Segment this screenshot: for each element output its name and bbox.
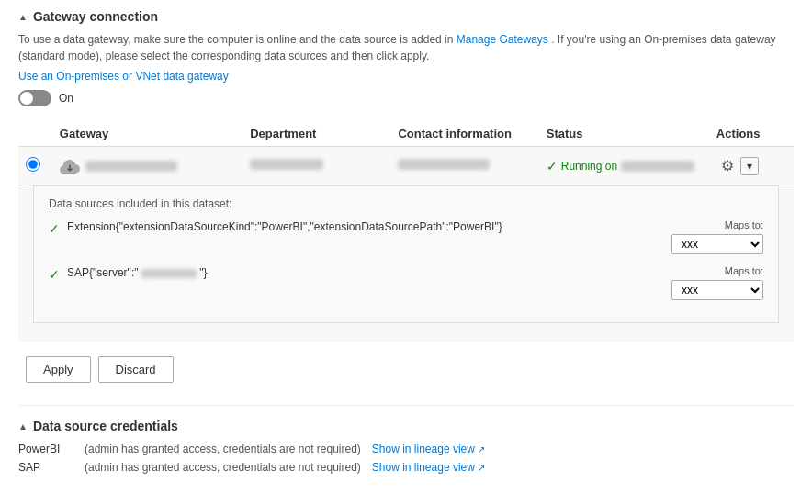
cloud-gateway-icon — [60, 158, 80, 174]
cred-source-1: SAP — [18, 461, 73, 474]
ds2-maps-label: Maps to: — [725, 265, 763, 276]
contact-blurred — [398, 159, 490, 170]
ds1-maps: Maps to: xxx — [671, 219, 763, 254]
row-status-cell: ✓ Running on — [539, 147, 709, 185]
cred-link-0[interactable]: Show in lineage view ↗ — [372, 442, 485, 455]
toggle-state-text: On — [59, 92, 73, 105]
ds1-maps-label: Maps to: — [725, 219, 763, 230]
row-radio-cell[interactable] — [18, 147, 52, 185]
row-contact-cell — [390, 147, 538, 185]
gateway-info-text: To use a data gateway, make sure the com… — [18, 31, 794, 64]
cred-info-1: (admin has granted access, credentials a… — [85, 461, 361, 474]
ds2-name: SAP{"server":" "} — [67, 265, 664, 281]
gateway-section-title: Gateway connection — [33, 9, 158, 24]
ds1-maps-select[interactable]: xxx — [671, 234, 763, 254]
section-divider — [18, 405, 794, 406]
gateway-section-header[interactable]: ▲ Gateway connection — [18, 9, 794, 24]
manage-gateways-link[interactable]: Manage Gateways — [457, 33, 548, 46]
cred-row-0: PowerBI (admin has granted access, crede… — [18, 442, 794, 455]
row-gateway-cell — [52, 147, 242, 185]
datasources-box: Data sources included in this dataset: ✓… — [33, 185, 779, 323]
ds1-check-icon: ✓ — [49, 221, 60, 236]
table-row: ✓ Running on ⚙ ▾ — [18, 147, 794, 185]
status-running-text: Running on — [561, 160, 617, 173]
gateway-toggle[interactable] — [18, 90, 51, 106]
col-actions-header: Actions — [709, 121, 794, 147]
toggle-label-text: Use an On-premises or VNet data gateway — [18, 70, 794, 83]
cred-info-0: (admin has granted access, credentials a… — [85, 442, 361, 455]
datasource-row-1: ✓ Extension{"extensionDataSourceKind":"P… — [49, 219, 763, 254]
button-row: Apply Discard — [18, 353, 794, 398]
external-link-icon-0: ↗ — [478, 444, 485, 454]
col-gateway-header: Gateway — [52, 121, 242, 147]
datasources-row: Data sources included in this dataset: ✓… — [18, 185, 794, 342]
department-blurred — [250, 159, 323, 170]
ds2-maps: Maps to: xxx — [671, 265, 763, 300]
ds1-name: Extension{"extensionDataSourceKind":"Pow… — [67, 219, 664, 235]
col-contact-header: Contact information — [390, 121, 538, 147]
collapse-triangle-icon: ▲ — [18, 12, 28, 22]
toggle-row: On — [18, 90, 794, 106]
credentials-section-title: Data source credentials — [33, 419, 178, 433]
cred-source-0: PowerBI — [18, 442, 73, 455]
gateway-table: Gateway Department Contact information S… — [18, 121, 794, 342]
gateway-section: ▲ Gateway connection To use a data gatew… — [18, 9, 794, 398]
row-department-cell — [242, 147, 390, 185]
external-link-icon-1: ↗ — [478, 463, 485, 473]
ds2-server-blurred — [141, 269, 197, 278]
col-department-header: Department — [242, 121, 390, 147]
cred-link-1[interactable]: Show in lineage view ↗ — [372, 461, 485, 474]
datasources-label: Data sources included in this dataset: — [49, 197, 763, 210]
ds2-check-icon: ✓ — [49, 267, 60, 282]
col-radio-header — [18, 121, 52, 147]
status-check-icon: ✓ — [547, 159, 558, 174]
credentials-section-header[interactable]: ▲ Data source credentials — [18, 419, 794, 433]
discard-button[interactable]: Discard — [98, 356, 174, 383]
credentials-section: ▲ Data source credentials PowerBI (admin… — [18, 419, 794, 474]
credentials-collapse-icon: ▲ — [18, 421, 28, 431]
actions-chevron-button[interactable]: ▾ — [740, 157, 759, 175]
cred-row-1: SAP (admin has granted access, credentia… — [18, 461, 794, 474]
apply-button[interactable]: Apply — [26, 356, 91, 383]
status-detail-blurred — [621, 161, 694, 172]
ds2-maps-select[interactable]: xxx — [671, 280, 763, 300]
credentials-rows: PowerBI (admin has granted access, crede… — [18, 442, 794, 474]
gateway-radio[interactable] — [26, 157, 40, 172]
gateway-name-blurred — [85, 161, 177, 172]
col-status-header: Status — [539, 121, 709, 147]
row-actions-cell: ⚙ ▾ — [709, 147, 794, 185]
datasource-row-2: ✓ SAP{"server":" "} Maps to: xxx — [49, 265, 763, 300]
settings-gear-button[interactable]: ⚙ — [716, 154, 739, 177]
